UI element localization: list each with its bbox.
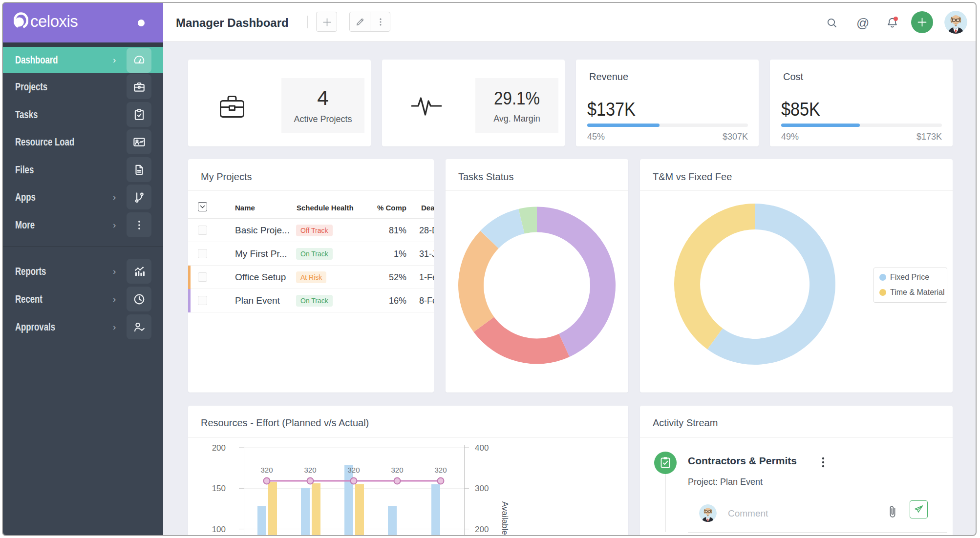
svg-text:320: 320	[304, 466, 316, 474]
svg-text:320: 320	[391, 466, 403, 474]
svg-text:320: 320	[434, 466, 447, 474]
svg-text:300: 300	[475, 484, 489, 493]
svg-text:150: 150	[212, 484, 226, 493]
svg-text:Available Hou: Available Hou	[500, 501, 510, 535]
svg-text:100: 100	[212, 525, 226, 534]
svg-text:320: 320	[347, 466, 360, 474]
svg-text:200: 200	[475, 525, 489, 534]
svg-text:400: 400	[475, 443, 489, 453]
svg-text:200: 200	[212, 443, 226, 453]
svg-text:320: 320	[260, 466, 273, 474]
